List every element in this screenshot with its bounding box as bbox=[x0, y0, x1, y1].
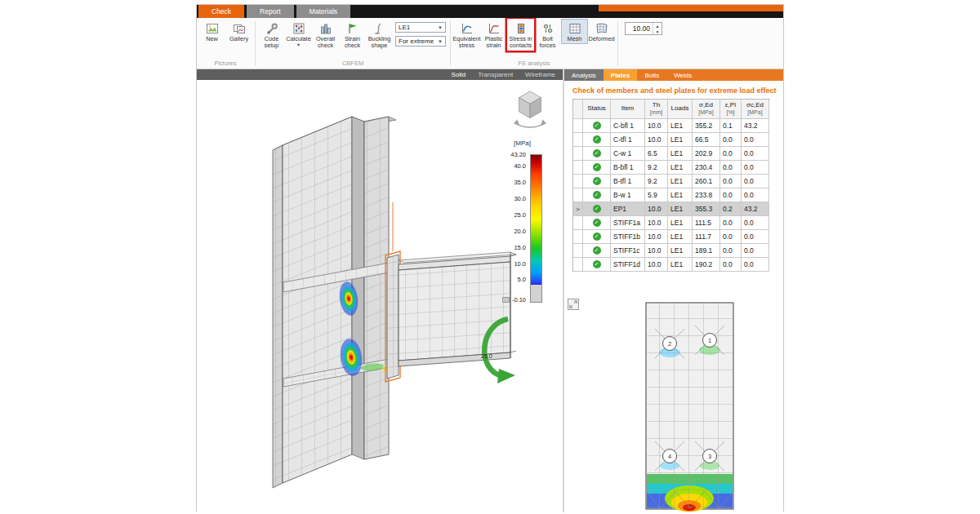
row-sigma-ed-cell: 260.1 bbox=[693, 175, 720, 188]
plate-detail-view[interactable]: 2 1 4 3 bbox=[644, 301, 736, 514]
deformed-scale-spinner[interactable]: 10.00 ▲ ▼ bbox=[625, 22, 662, 35]
view-mode-bar: Solid Transparent Wireframe bbox=[197, 69, 563, 80]
status-ok-icon: ✓ bbox=[593, 260, 601, 268]
row-sigma-ed-cell: 190.2 bbox=[693, 258, 720, 272]
row-status-cell: ✓ bbox=[583, 216, 611, 230]
view-mode-solid[interactable]: Solid bbox=[451, 71, 466, 78]
buckling-shape-button[interactable]: Buckling shape bbox=[366, 19, 393, 51]
row-sigma-ed-cell: 230.4 bbox=[693, 161, 720, 175]
row-item-cell: STIFF1c bbox=[611, 244, 645, 258]
deformed-scale-value[interactable]: 10.00 bbox=[626, 23, 653, 34]
tab-plates[interactable]: Plates bbox=[604, 69, 638, 81]
table-row[interactable]: ✓ STIFF1a 10.0 LE1 111.5 0.0 0.0 bbox=[573, 216, 770, 230]
stress-in-contacts-button[interactable]: Stress in contacts bbox=[507, 19, 534, 51]
gallery-button[interactable]: Gallery bbox=[225, 19, 252, 44]
abacus-icon bbox=[292, 21, 305, 35]
deformed-button[interactable]: Deformed bbox=[588, 19, 615, 44]
wrench-icon bbox=[265, 21, 278, 35]
row-sigma-c-ed-cell: 0.0 bbox=[742, 216, 769, 230]
extreme-filter-select[interactable]: For extreme ▼ bbox=[395, 36, 446, 47]
load-effect-select[interactable]: LE1 ▼ bbox=[395, 22, 446, 33]
ribbon-separator bbox=[617, 21, 618, 66]
plastic-strain-button[interactable]: Plastic strain bbox=[480, 19, 507, 51]
results-panel: Analysis Plates Bolts Welds Check of mem… bbox=[564, 69, 783, 512]
table-row[interactable]: ✓ C-w 1 6.5 LE1 202.9 0.0 0.0 bbox=[573, 147, 770, 161]
row-thickness-cell: 10.0 bbox=[645, 216, 668, 230]
chevron-down-icon: ▼ bbox=[438, 39, 443, 44]
code-setup-button[interactable]: Code setup bbox=[258, 19, 285, 51]
strain-check-button[interactable]: Strain check bbox=[339, 19, 366, 51]
ribbon-tab-report[interactable]: Report bbox=[247, 5, 294, 18]
equivalent-stress-button[interactable]: Equivalent stress bbox=[453, 19, 480, 51]
status-ok-icon: ✓ bbox=[593, 163, 601, 171]
row-sigma-c-ed-cell: 0.0 bbox=[742, 161, 769, 175]
tab-analysis[interactable]: Analysis bbox=[564, 69, 604, 81]
spinner-down-button[interactable]: ▼ bbox=[653, 29, 662, 34]
row-thickness-cell: 6.5 bbox=[645, 147, 668, 161]
legend-min-row: -0.10 bbox=[502, 296, 526, 304]
ribbon-tab-materials[interactable]: Materials bbox=[296, 5, 350, 18]
view-mode-transparent[interactable]: Transparent bbox=[478, 71, 513, 78]
row-loads-cell: LE1 bbox=[668, 258, 693, 272]
row-eps-pl-cell: 0.0 bbox=[720, 216, 742, 230]
row-eps-pl-cell: 0.1 bbox=[720, 119, 742, 133]
table-row[interactable]: > ✓ EP1 10.0 LE1 355.3 0.2 43.2 bbox=[573, 202, 770, 216]
row-status-cell: ✓ bbox=[583, 188, 611, 202]
row-sigma-ed-cell: 111.7 bbox=[693, 230, 720, 244]
tab-welds[interactable]: Welds bbox=[666, 69, 699, 81]
table-corner-cell bbox=[573, 100, 583, 119]
legend-tick: 15.0 bbox=[514, 245, 526, 251]
tab-bolts[interactable]: Bolts bbox=[637, 69, 666, 81]
expand-view-button[interactable] bbox=[568, 299, 579, 310]
model-viewport[interactable]: Solid Transparent Wireframe bbox=[197, 69, 563, 512]
overall-check-button[interactable]: Overall check bbox=[312, 19, 339, 51]
table-row[interactable]: ✓ STIFF1b 10.0 LE1 111.7 0.0 0.0 bbox=[573, 230, 770, 244]
legend-tick: 40.0 bbox=[514, 163, 526, 170]
view-mode-wireframe[interactable]: Wireframe bbox=[525, 71, 555, 78]
table-row[interactable]: ✓ C-tfl 1 10.0 LE1 66.5 0.0 0.0 bbox=[573, 133, 770, 147]
status-ok-icon: ✓ bbox=[593, 135, 601, 144]
mesh-icon bbox=[568, 21, 581, 35]
table-row[interactable]: ✓ STIFF1c 10.0 LE1 189.1 0.0 0.0 bbox=[573, 244, 770, 258]
table-row[interactable]: ✓ B-bfl 1 9.2 LE1 230.4 0.0 0.0 bbox=[573, 161, 770, 175]
new-button[interactable]: New bbox=[198, 19, 225, 44]
row-status-cell: ✓ bbox=[583, 133, 611, 147]
row-item-cell: STIFF1a bbox=[611, 216, 645, 230]
legend-tick: 20.0 bbox=[514, 228, 526, 235]
row-selection-marker bbox=[573, 244, 583, 258]
row-eps-pl-cell: 0.0 bbox=[720, 147, 742, 161]
row-eps-pl-cell: 0.0 bbox=[720, 244, 742, 258]
legend-min-value: -0.10 bbox=[512, 296, 526, 304]
row-item-cell: B-bfl 1 bbox=[611, 161, 645, 175]
chevron-down-icon: ▼ bbox=[438, 25, 443, 30]
table-row[interactable]: ✓ STIFF1d 10.0 LE1 190.2 0.0 0.0 bbox=[573, 258, 770, 272]
row-thickness-cell: 10.0 bbox=[645, 133, 668, 147]
legend-below-min-swatch bbox=[502, 297, 510, 303]
row-selection-marker bbox=[573, 133, 583, 147]
bolt-number: 4 bbox=[668, 453, 671, 460]
spinner-up-button[interactable]: ▲ bbox=[653, 23, 662, 29]
row-thickness-cell: 9.2 bbox=[645, 175, 668, 188]
row-sigma-ed-cell: 355.3 bbox=[693, 202, 720, 216]
row-eps-pl-cell: 0.2 bbox=[720, 202, 742, 216]
table-header-cell: Th [mm] bbox=[645, 100, 668, 119]
mesh-button[interactable]: Mesh bbox=[561, 19, 588, 44]
deformed-icon bbox=[595, 21, 608, 35]
table-row[interactable]: ✓ C-bfl 1 10.0 LE1 355.2 0.1 43.2 bbox=[573, 119, 770, 133]
bolt-icon bbox=[541, 21, 555, 35]
view-cube[interactable] bbox=[511, 87, 549, 135]
stress-legend: [MPa] 43.20 40.035.030.025.020.015.010.0… bbox=[480, 140, 542, 304]
table-row[interactable]: ✓ B-w 1 5.9 LE1 233.8 0.0 0.0 bbox=[573, 188, 770, 202]
row-status-cell: ✓ bbox=[583, 119, 611, 133]
row-status-cell: ✓ bbox=[583, 161, 611, 175]
row-thickness-cell: 5.9 bbox=[645, 188, 668, 202]
ribbon-tab-check[interactable]: Check bbox=[198, 5, 244, 18]
row-loads-cell: LE1 bbox=[668, 133, 693, 147]
table-row[interactable]: ✓ B-tfl 1 9.2 LE1 260.1 0.0 0.0 bbox=[573, 175, 770, 188]
calculate-button[interactable]: Calculate ▼ bbox=[285, 19, 312, 50]
row-selection-marker bbox=[573, 188, 583, 202]
row-thickness-cell: 10.0 bbox=[645, 244, 668, 258]
moment-value-label: 25.0 bbox=[481, 353, 492, 359]
table-header-cell: Status bbox=[583, 100, 611, 119]
bolt-forces-button[interactable]: Bolt forces bbox=[534, 19, 561, 51]
